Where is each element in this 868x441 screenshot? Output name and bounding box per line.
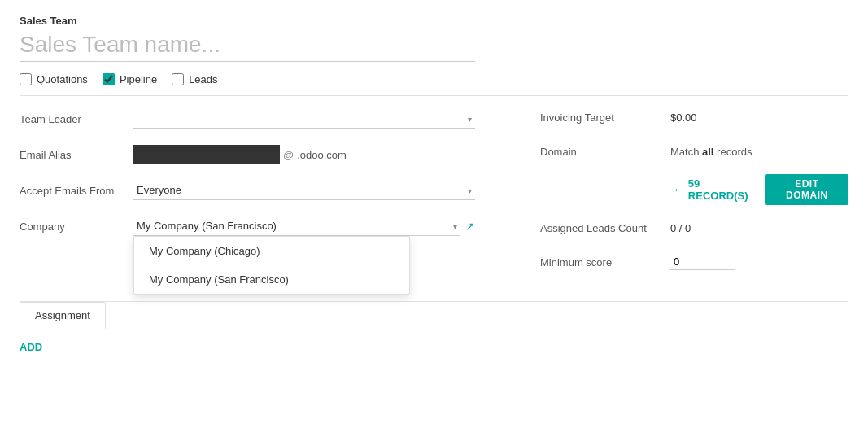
accept-emails-label: Accept Emails From: [20, 185, 133, 197]
external-link-icon[interactable]: ↗: [465, 220, 475, 233]
minimum-score-input[interactable]: [670, 254, 735, 270]
team-leader-label: Team Leader: [20, 113, 133, 125]
quotations-label: Quotations: [37, 73, 88, 85]
minimum-score-row: Minimum score: [540, 251, 848, 273]
accept-emails-row: Accept Emails From Everyone Authenticate…: [20, 177, 475, 203]
company-dropdown: My Company (Chicago) My Company (San Fra…: [133, 236, 410, 295]
email-alias-label: Email Alias: [20, 149, 133, 161]
quotations-checkbox-label[interactable]: Quotations: [20, 73, 88, 85]
pipeline-checkbox-label[interactable]: Pipeline: [103, 73, 157, 85]
leads-checkbox-label[interactable]: Leads: [172, 73, 217, 85]
leads-checkbox[interactable]: [172, 73, 184, 85]
domain-match-bold: all: [702, 146, 713, 158]
assigned-leads-value: 0 / 0: [670, 222, 691, 234]
leads-label: Leads: [189, 73, 217, 85]
assigned-leads-row: Assigned Leads Count 0 / 0: [540, 216, 848, 239]
email-alias-control: @ .odoo.com: [133, 145, 475, 164]
at-symbol: @: [280, 149, 297, 161]
checkboxes-row: Quotations Pipeline Leads: [20, 73, 848, 85]
team-name-input[interactable]: [20, 32, 475, 62]
invoicing-target-row: Invoicing Target $0.00: [540, 106, 848, 129]
add-button[interactable]: ADD: [20, 341, 42, 353]
page-container: Sales Team Quotations Pipeline Leads Tea…: [0, 0, 868, 368]
domain-label: Domain: [540, 146, 670, 158]
email-alias-input-row: @ .odoo.com: [133, 145, 475, 164]
dropdown-item-chicago[interactable]: My Company (Chicago): [134, 237, 409, 265]
company-row: Company My Company (San Francisco) My Co…: [20, 213, 475, 239]
invoicing-target-label: Invoicing Target: [540, 111, 670, 124]
records-row: → 59 RECORD(S) EDIT DOMAIN: [540, 174, 848, 205]
form-right: Invoicing Target $0.00 Domain Match all …: [540, 106, 848, 285]
accept-emails-control: Everyone Authenticated Users Followers O…: [133, 181, 475, 200]
pipeline-label: Pipeline: [120, 73, 157, 85]
form-section: Team Leader ▾ Email Alias @ .odoo.com: [20, 106, 848, 285]
email-alias-row: Email Alias @ .odoo.com: [20, 142, 475, 168]
tabs-section: Assignment: [20, 301, 848, 328]
accept-emails-select[interactable]: Everyone Authenticated Users Followers O…: [133, 181, 475, 200]
email-alias-input[interactable]: [133, 145, 280, 164]
team-leader-control: ▾: [133, 109, 475, 129]
edit-domain-button[interactable]: EDIT DOMAIN: [765, 174, 848, 205]
team-leader-row: Team Leader ▾: [20, 106, 475, 132]
domain-match-suffix: records: [713, 146, 752, 158]
arrow-right-icon: →: [669, 183, 680, 196]
team-leader-select[interactable]: [133, 109, 475, 129]
company-select[interactable]: My Company (San Francisco) My Company (C…: [133, 216, 460, 236]
form-left: Team Leader ▾ Email Alias @ .odoo.com: [20, 106, 475, 285]
dropdown-item-sf[interactable]: My Company (San Francisco): [134, 265, 409, 294]
domain-row: Domain Match all records: [540, 140, 848, 163]
invoicing-target-value: $0.00: [670, 111, 697, 124]
domain-match-prefix: Match: [670, 146, 702, 158]
pipeline-checkbox[interactable]: [103, 73, 115, 85]
divider: [20, 95, 848, 96]
odoo-domain: .odoo.com: [297, 149, 347, 161]
sales-team-label: Sales Team: [20, 15, 848, 27]
records-count: 59 RECORD(S): [688, 177, 757, 202]
minimum-score-label: Minimum score: [540, 256, 670, 269]
tab-assignment[interactable]: Assignment: [20, 302, 106, 329]
domain-value: Match all records: [670, 146, 752, 158]
company-label: Company: [20, 220, 133, 233]
assigned-leads-label: Assigned Leads Count: [540, 222, 670, 234]
quotations-checkbox[interactable]: [20, 73, 32, 85]
company-control-wrap: My Company (San Francisco) My Company (C…: [133, 216, 475, 236]
company-select-wrap: My Company (San Francisco) My Company (C…: [133, 216, 460, 236]
